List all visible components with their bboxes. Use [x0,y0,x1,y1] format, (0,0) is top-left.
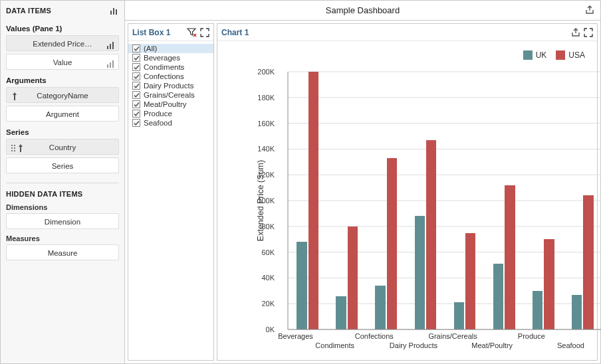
values-slot-extended-price[interactable]: Extended Price… [6,35,119,51]
bars-icon [106,58,114,74]
x-tick-label: Grains/Cereals [428,332,477,340]
chart-svg [276,72,601,329]
listbox-item-label: (All) [144,45,157,52]
export-chart-icon[interactable] [570,27,581,38]
listbox-item-label: Beverages [144,54,180,62]
bar[interactable] [454,302,464,329]
listbox-item[interactable]: (All) [128,44,213,53]
svg-rect-9 [14,95,15,100]
checkbox-icon[interactable] [132,119,140,127]
listbox-item-label: Meat/Poultry [144,100,187,108]
bar[interactable] [348,227,358,329]
bar[interactable] [426,140,436,329]
y-tick-label: 180K [252,94,275,102]
svg-rect-2 [116,9,117,15]
workspace: List Box 1 (All)BeveragesCondimentsConfe… [125,21,600,363]
y-tick-label: 20K [252,300,275,308]
arguments-section-label: Arguments [6,76,119,84]
svg-point-12 [11,147,13,149]
svg-point-13 [14,147,15,149]
y-tick-label: 0K [252,325,275,333]
panel-settings-icon[interactable] [110,6,119,15]
bar[interactable] [493,264,503,329]
arguments-slot-empty[interactable]: Argument [6,106,119,122]
listbox-item[interactable]: Produce [128,109,213,118]
bar[interactable] [387,158,397,329]
dimensions-slot[interactable]: Dimension [6,213,119,229]
bar[interactable] [415,216,425,329]
data-items-heading-row: DATA ITEMS [6,5,119,21]
measures-slot[interactable]: Measure [6,244,119,260]
x-tick-label: Dairy Products [390,341,437,349]
series-slot-country[interactable]: Country [6,139,119,155]
listbox-item[interactable]: Dairy Products [128,81,213,90]
listbox-item[interactable]: Beverages [128,53,213,62]
export-icon[interactable] [584,5,595,15]
listbox-item[interactable]: Condiments [128,62,213,72]
measures-label: Measures [6,234,119,242]
y-tick-label: 120K [252,171,275,179]
bar[interactable] [308,72,318,329]
y-tick-label: 140K [252,145,275,153]
values-slot-empty[interactable]: Value [6,54,119,70]
bar[interactable] [336,296,346,329]
series-slot-empty[interactable]: Series [6,157,119,173]
listbox-item[interactable]: Confections [128,72,213,81]
dashboard-titlebar: Sample Dashboard [125,1,600,21]
maximize-chart-icon[interactable] [584,28,593,37]
y-tick-label: 80K [252,223,275,230]
legend-entry-usa: USA [556,50,585,60]
bar[interactable] [375,286,385,329]
bar[interactable] [544,239,554,329]
checkbox-icon[interactable] [132,82,140,90]
bar[interactable] [465,233,475,330]
checkbox-icon[interactable] [132,91,140,99]
bar[interactable] [572,295,582,329]
svg-point-10 [11,145,13,146]
listbox-item-label: Grains/Cereals [144,91,195,99]
legend-swatch-uk [523,50,533,60]
y-tick-label: 160K [252,120,275,128]
bar[interactable] [297,242,306,329]
maximize-icon[interactable] [200,28,209,37]
chart-body: UK USA Extended Price (Sum) 0K20K40K60K8… [217,41,597,360]
listbox-item-label: Confections [144,72,184,80]
listbox-item-label: Seafood [144,119,172,127]
x-axis-labels: BeveragesCondimentsConfectionsDairy Prod… [276,329,590,353]
y-tick-label: 100K [252,197,275,205]
arguments-slot-category[interactable]: CategoryName [6,87,119,103]
y-axis-ticks: 0K20K40K60K80K100K120K140K160K180K200K [252,72,276,329]
main-area: Sample Dashboard List Box 1 (All)B [125,1,600,363]
listbox-item[interactable]: Grains/Cereals [128,90,213,100]
x-tick-label: Meat/Poultry [471,341,513,349]
chart-header: Chart 1 [217,24,597,41]
sort-asc-icon [11,90,19,106]
checkbox-icon[interactable] [132,110,140,118]
listbox-item[interactable]: Meat/Poultry [128,100,213,109]
svg-rect-5 [112,42,114,49]
bar[interactable] [583,195,593,329]
chart-plot-area: 0K20K40K60K80K100K120K140K160K180K200K B… [252,72,590,329]
bar[interactable] [533,291,542,329]
listbox-items: (All)BeveragesCondimentsConfectionsDairy… [128,41,213,130]
listbox-item-label: Dairy Products [144,82,193,90]
chart-legend: UK USA [523,50,585,60]
listbox-title: List Box 1 [132,28,170,37]
clear-filter-icon[interactable] [187,28,197,37]
x-tick-label: Seafood [557,341,584,349]
listbox-item[interactable]: Seafood [128,118,213,128]
checkbox-icon[interactable] [132,45,140,52]
grid-sort-icon [11,142,25,158]
svg-rect-7 [110,62,111,68]
checkbox-icon[interactable] [132,100,140,108]
data-items-heading: DATA ITEMS [6,7,51,15]
svg-point-14 [11,150,13,151]
checkbox-icon[interactable] [132,54,140,62]
y-tick-label: 60K [252,248,275,256]
chart-panel: Chart 1 UK [217,23,598,361]
bar[interactable] [505,185,515,329]
checkbox-icon[interactable] [132,72,140,80]
dimensions-label: Dimensions [6,203,119,211]
checkbox-icon[interactable] [132,63,140,71]
series-section-label: Series [6,128,119,136]
